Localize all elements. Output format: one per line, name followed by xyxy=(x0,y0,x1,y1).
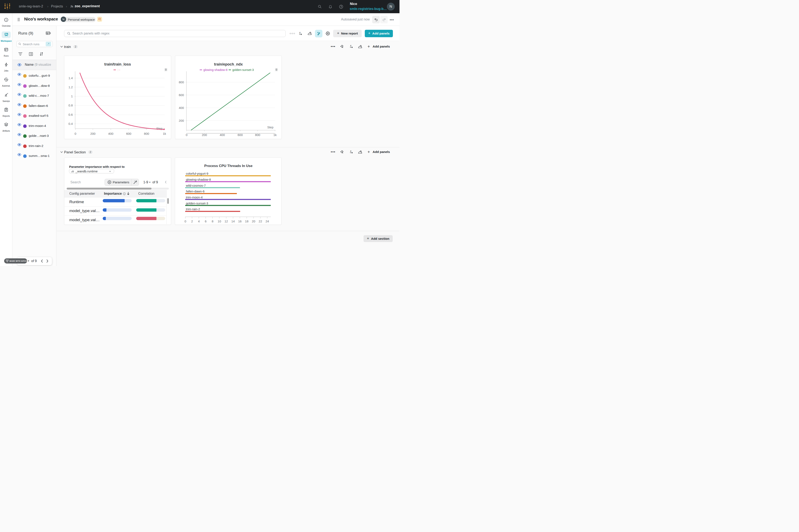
svg-text:6: 6 xyxy=(205,220,207,223)
svg-text:train/epoch_ndx: train/epoch_ndx xyxy=(214,62,243,66)
svg-text:0.8: 0.8 xyxy=(69,103,73,107)
svg-text:Step: Step xyxy=(267,126,273,129)
svg-text:colorful-yogurt-9: colorful-yogurt-9 xyxy=(186,172,208,175)
svg-text:8: 8 xyxy=(212,220,213,223)
svg-text:fallen-dawn-6: fallen-dawn-6 xyxy=(186,190,205,193)
svg-text:0.6: 0.6 xyxy=(69,113,73,116)
svg-text:10: 10 xyxy=(217,220,221,223)
svg-text:22: 22 xyxy=(259,220,262,223)
svg-text:12: 12 xyxy=(225,220,228,223)
svg-text:1k: 1k xyxy=(163,132,166,135)
svg-text:0: 0 xyxy=(74,132,76,135)
svg-text:glowing-shadow-8: glowing-shadow-8 xyxy=(203,68,228,72)
svg-text:trim-moon-4: trim-moon-4 xyxy=(186,195,203,199)
svg-text:train/train_loss: train/train_loss xyxy=(104,62,131,66)
svg-text:14: 14 xyxy=(231,220,235,223)
svg-text:4: 4 xyxy=(198,220,199,223)
svg-text:x: x xyxy=(299,31,301,34)
svg-text:20: 20 xyxy=(252,220,255,223)
svg-text:x: x xyxy=(350,149,351,153)
svg-text:400: 400 xyxy=(108,132,113,135)
svg-text:16: 16 xyxy=(238,220,242,223)
svg-text:: -: : - xyxy=(118,68,120,72)
svg-text:1.4: 1.4 xyxy=(69,76,73,80)
svg-text:1: 1 xyxy=(71,94,73,98)
svg-text:Process CPU Threads In Use: Process CPU Threads In Use xyxy=(204,164,252,168)
svg-text:600: 600 xyxy=(126,132,131,135)
svg-text:2: 2 xyxy=(191,220,193,223)
svg-text:800: 800 xyxy=(144,132,149,135)
svg-text:0: 0 xyxy=(185,220,186,223)
svg-text:800: 800 xyxy=(179,80,184,84)
svg-text:trim-rain-2: trim-rain-2 xyxy=(186,207,200,211)
svg-text:0.4: 0.4 xyxy=(69,122,73,126)
svg-text:golden-sunset-3: golden-sunset-3 xyxy=(186,202,208,205)
svg-text:wild-cosmos-7: wild-cosmos-7 xyxy=(186,184,206,187)
svg-text:200: 200 xyxy=(90,132,95,135)
svg-text:glowing-shadow-8: glowing-shadow-8 xyxy=(186,178,211,181)
svg-text:18: 18 xyxy=(245,220,248,223)
svg-text:golden-sunset-3: golden-sunset-3 xyxy=(232,68,254,72)
svg-text:200: 200 xyxy=(179,119,184,122)
svg-text:24: 24 xyxy=(266,220,269,223)
svg-text:400: 400 xyxy=(179,106,184,110)
svg-text:1.2: 1.2 xyxy=(69,86,73,89)
svg-text:x: x xyxy=(350,44,351,47)
svg-text:600: 600 xyxy=(179,93,184,97)
